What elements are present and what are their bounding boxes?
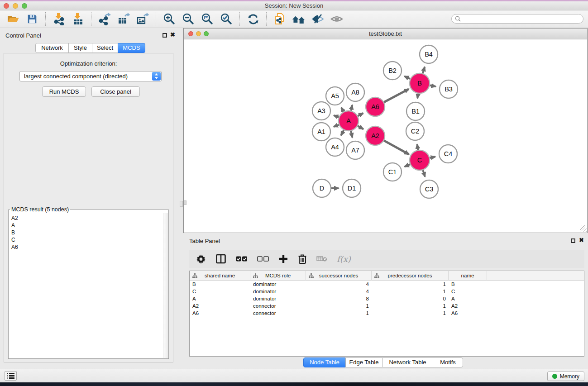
graph-edge-A6-B[interactable] (384, 89, 409, 102)
tab-select[interactable]: Select (92, 43, 118, 53)
table-cell[interactable]: 1 (372, 281, 449, 288)
table-cell[interactable]: A (449, 295, 487, 302)
apply-layout-button[interactable] (246, 12, 260, 26)
table-cell[interactable]: A2 (449, 302, 487, 310)
zoom-in-button[interactable] (162, 12, 177, 26)
graph-node-B[interactable]: B (410, 73, 430, 93)
deselect-all-button[interactable] (257, 256, 269, 262)
graph-node-A5[interactable]: A5 (326, 87, 344, 105)
graph-node-A7[interactable]: A7 (346, 141, 364, 159)
column-header-shared-name[interactable]: shared name (190, 271, 250, 281)
select-all-button[interactable] (236, 256, 248, 262)
column-header-mcds-role[interactable]: MCDS role (250, 271, 306, 281)
show-graphics-details-button[interactable] (330, 12, 344, 26)
table-cell[interactable]: 0 (372, 295, 449, 302)
result-item[interactable]: C (11, 236, 163, 243)
graph-node-B4[interactable]: B4 (420, 45, 438, 63)
table-cell[interactable]: 4 (306, 281, 372, 288)
tab-style[interactable]: Style (68, 43, 92, 53)
clone-network-button[interactable] (272, 12, 287, 26)
graph-edge-C-C4[interactable] (430, 157, 435, 158)
graph-edge-A-A1[interactable] (334, 125, 339, 127)
table-cell[interactable]: C (190, 288, 250, 295)
canvas-edge-grip[interactable] (184, 200, 186, 205)
graph-node-A[interactable]: A (339, 111, 359, 131)
graph-node-A2[interactable]: A2 (366, 126, 385, 145)
zoom-fit-button[interactable] (200, 12, 215, 26)
graph-edge-A2-C[interactable] (384, 141, 409, 154)
zoom-selected-button[interactable] (219, 12, 234, 26)
table-cell[interactable]: B (190, 281, 250, 288)
graph-edge-C-C3[interactable] (423, 170, 425, 177)
tab-motifs[interactable]: Motifs (433, 357, 463, 367)
search-field[interactable] (451, 14, 583, 24)
table-row[interactable]: Bdominator41B (190, 281, 584, 288)
result-item[interactable]: B (11, 229, 163, 236)
graph-node-B1[interactable]: B1 (406, 102, 425, 120)
graph-edge-B-B1[interactable] (417, 94, 418, 99)
result-item[interactable]: A6 (11, 243, 163, 251)
graph-edge-A-A3[interactable] (334, 115, 339, 117)
graph-edge-B-B3[interactable] (430, 86, 436, 87)
network-canvas[interactable]: B4B2BB3A8A5A6A3B1AC2A1A2A4A7C4CC1C3DD1 (184, 39, 587, 233)
table-cell[interactable]: 8 (306, 295, 372, 302)
run-mcds-button[interactable]: Run MCDS (42, 86, 86, 97)
add-column-button[interactable] (278, 254, 288, 264)
column-header-name[interactable]: name (449, 271, 487, 281)
graph-node-C[interactable]: C (410, 150, 430, 170)
export-table-button[interactable] (116, 12, 131, 26)
hide-graphics-details-button[interactable] (311, 12, 325, 26)
graph-node-C2[interactable]: C2 (406, 122, 424, 140)
zoom-out-button[interactable] (181, 12, 196, 26)
graph-node-B2[interactable]: B2 (383, 62, 402, 80)
table-cell[interactable]: A2 (190, 302, 250, 310)
table-cell[interactable]: A6 (449, 310, 487, 317)
result-item[interactable]: A (11, 222, 163, 229)
graph-node-D[interactable]: D (313, 179, 331, 197)
table-cell[interactable]: 4 (306, 288, 372, 295)
column-header-predecessor-nodes[interactable]: predecessor nodes (372, 271, 449, 281)
tab-edge-table[interactable]: Edge Table (345, 357, 382, 367)
task-history-button[interactable] (5, 371, 17, 381)
table-row[interactable]: A2connector11A2 (190, 302, 584, 310)
memory-button[interactable]: Memory (547, 372, 584, 381)
table-cell[interactable]: 1 (372, 288, 449, 295)
criterion-dropdown[interactable]: largest connected component (directed) (19, 71, 162, 81)
table-cell[interactable]: dominator (250, 281, 306, 288)
graph-edge-B-B2[interactable] (404, 76, 410, 79)
graph-edge-A-A6[interactable] (358, 113, 363, 116)
graph-edge-C-C2[interactable] (417, 144, 418, 150)
tab-network[interactable]: Network (35, 43, 69, 53)
function-builder-button[interactable]: f(x) (337, 254, 351, 264)
close-panel-button[interactable]: Close panel (91, 86, 140, 97)
graph-edge-A-A7[interactable] (351, 131, 352, 137)
network-window-titlebar[interactable]: testGlobe.txt (184, 29, 587, 39)
tab-node-table[interactable]: Node Table (303, 357, 346, 367)
window-resize-grip[interactable] (580, 225, 587, 232)
result-item[interactable]: A2 (11, 214, 163, 222)
table-row[interactable]: A6connector11A6 (190, 310, 584, 317)
export-network-button[interactable] (97, 12, 112, 26)
import-network-button[interactable] (52, 12, 66, 26)
table-cell[interactable]: 1 (372, 310, 449, 317)
graph-node-A3[interactable]: A3 (312, 102, 330, 120)
graph-edge-A-A2[interactable] (358, 126, 363, 129)
table-cell[interactable]: connector (250, 310, 306, 317)
table-row[interactable]: Cdominator41C (190, 288, 584, 295)
graph-node-A4[interactable]: A4 (326, 138, 344, 156)
close-table-panel-icon[interactable]: ✖ (579, 237, 584, 243)
tab-mcds[interactable]: MCDS (118, 43, 145, 53)
graph-edge-A-A5[interactable] (341, 107, 344, 111)
column-header-successor-nodes[interactable]: successor nodes (306, 271, 372, 281)
export-image-button[interactable] (135, 12, 150, 26)
graph-edge-B-B4[interactable] (423, 67, 425, 73)
graph-node-A1[interactable]: A1 (312, 123, 330, 141)
table-cell[interactable]: dominator (250, 295, 306, 302)
float-table-panel-icon[interactable] (571, 238, 575, 243)
table-cell[interactable]: 1 (372, 302, 449, 310)
table-row[interactable]: Adominator80A (190, 295, 584, 302)
graph-edge-A-A8[interactable] (351, 105, 352, 110)
table-cell[interactable]: connector (250, 302, 306, 310)
graph-node-B3[interactable]: B3 (440, 80, 458, 98)
table-cell[interactable]: C (449, 288, 487, 295)
